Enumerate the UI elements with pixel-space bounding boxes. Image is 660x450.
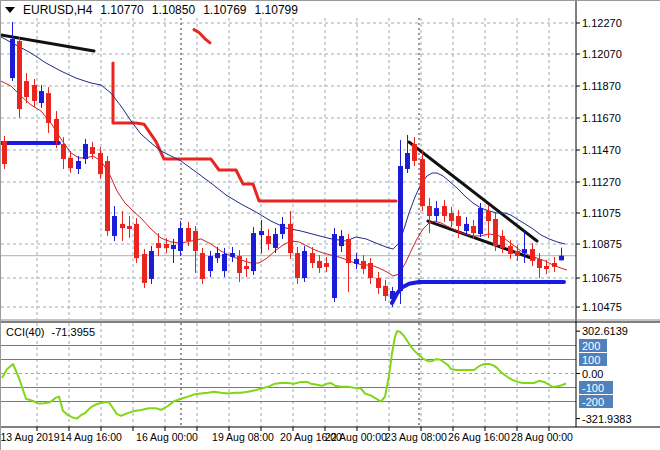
candle-body [90, 147, 95, 154]
time-axis-label: 16 Aug 00:00 [136, 431, 198, 443]
candle-body [552, 263, 557, 267]
candle-body [120, 224, 125, 228]
candle-body [398, 166, 403, 291]
price-axis-label: 1.11270 [582, 176, 621, 188]
candle-body [346, 239, 351, 263]
candle-body [522, 249, 527, 253]
candle-body [515, 251, 520, 256]
chart-symbol-timeframe: EURUSD,H4 [23, 3, 92, 17]
candle-body [32, 85, 37, 101]
mt4-chart-window: 1.122701.120701.118701.116701.114701.112… [0, 0, 660, 450]
candle-body [273, 234, 278, 248]
candle-body [156, 243, 161, 248]
candle-body [76, 161, 81, 169]
candle-body [237, 256, 242, 273]
candle-body [83, 144, 88, 159]
cci-indicator-name: CCI(40) [6, 326, 45, 338]
candle-body [149, 251, 154, 279]
candle-body [442, 206, 447, 216]
price-axis-label: 1.10675 [582, 272, 622, 284]
price-axis-label: 1.10475 [582, 301, 622, 313]
candle-body [508, 246, 513, 254]
candle-body [186, 228, 191, 241]
candle-body [2, 141, 7, 164]
candle-body [471, 226, 476, 233]
candle-body [478, 208, 483, 234]
ohlc-high: 1.10850 [152, 3, 195, 17]
candle-body [164, 244, 169, 248]
candle-body [259, 231, 264, 235]
candle-body [178, 228, 183, 251]
chart-canvas[interactable]: 1.122701.120701.118701.116701.114701.112… [1, 1, 660, 450]
candle-body [288, 224, 293, 253]
candle-body [324, 263, 329, 267]
candle-body [280, 224, 285, 234]
chart-title-bar: EURUSD,H4 1.10770 1.10850 1.10769 1.1079… [5, 3, 298, 17]
candle-body [390, 291, 395, 299]
price-axis-label: 1.11075 [582, 207, 621, 219]
candle-body [427, 206, 432, 216]
cci-min-label: -321.9383 [582, 413, 632, 425]
chart-dropdown-arrow-icon[interactable] [5, 7, 15, 13]
price-axis-label: 1.11470 [582, 144, 621, 156]
candle-body [559, 256, 564, 261]
cci-max-label: 302.6139 [582, 325, 628, 337]
candle-body [295, 253, 300, 278]
candle-body [464, 224, 469, 231]
price-axis-label: 1.12070 [582, 48, 622, 60]
ohlc-low: 1.10769 [203, 3, 246, 17]
candle-body [200, 253, 205, 279]
candle-body [193, 231, 198, 251]
time-axis-label: 14 Aug 16:00 [60, 431, 122, 443]
candle-body [537, 259, 542, 268]
candle-body [142, 254, 147, 283]
cci-level-badge-label: -100 [582, 382, 604, 394]
candle-body [405, 153, 410, 169]
cci-indicator-label: CCI(40) -71.3955 [6, 326, 95, 338]
candle-body [383, 286, 388, 296]
candle-body [530, 249, 535, 261]
candle-body [105, 161, 110, 231]
candle-body [24, 81, 29, 97]
candle-body [46, 93, 51, 123]
price-axis-label: 1.12270 [582, 17, 622, 29]
candle-body [412, 144, 417, 161]
price-axis-label: 1.10875 [582, 238, 622, 250]
candle-body [486, 211, 491, 221]
candle-body [339, 236, 344, 246]
candle-body [317, 261, 322, 268]
cci-indicator-value: -71.3955 [52, 326, 95, 338]
candle-body [222, 254, 227, 271]
ohlc-close: 1.10799 [255, 3, 298, 17]
candle-body [171, 245, 176, 249]
candle-body [244, 266, 249, 269]
candle-body [215, 253, 220, 258]
candle-body [456, 216, 461, 226]
candle-body [302, 251, 307, 278]
cci-level-badge-label: 200 [582, 340, 600, 352]
candle-body [434, 208, 439, 216]
candle-body [500, 236, 505, 248]
candle-body [361, 261, 366, 269]
candle-body [112, 216, 117, 236]
candle-body [354, 259, 359, 264]
candle-body [10, 39, 15, 78]
candle-body [251, 233, 256, 271]
time-axis-label: 28 Aug 00:00 [511, 431, 573, 443]
ohlc-open: 1.10770 [100, 3, 143, 17]
candle-body [39, 91, 44, 103]
candle-body [61, 144, 66, 159]
candle-body [266, 236, 271, 244]
candle-body [68, 158, 73, 168]
candle-body [376, 278, 381, 288]
time-axis-label: 13 Aug 2019 [1, 431, 60, 443]
price-axis-label: 1.11870 [582, 80, 621, 92]
time-axis-label: 23 Aug 08:00 [385, 431, 447, 443]
cci-zero-label: 0.00 [582, 368, 603, 380]
candle-body [17, 41, 22, 109]
candle-body [127, 226, 132, 229]
candle-body [332, 234, 337, 298]
candle-body [98, 153, 103, 174]
cci-level-badge-label: -200 [582, 396, 604, 408]
candle-body [208, 256, 213, 271]
